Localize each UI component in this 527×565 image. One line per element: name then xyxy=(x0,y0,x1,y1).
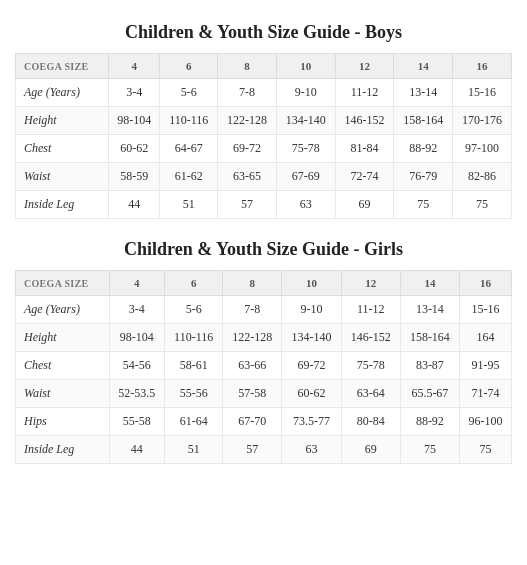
girls-cell-5-6: 75 xyxy=(459,436,511,464)
girls-cell-2-4: 75-78 xyxy=(341,352,400,380)
girls-size-table: COEGA SIZE 4 6 8 10 12 14 16 Age (Years)… xyxy=(15,270,512,464)
boys-row-0: Age (Years)3-45-67-89-1011-1213-1415-16 xyxy=(16,79,512,107)
boys-row-3: Waist58-5961-6263-6567-6972-7476-7982-86 xyxy=(16,163,512,191)
boys-cell-2-4: 81-84 xyxy=(335,135,394,163)
girls-cell-0-6: 15-16 xyxy=(459,296,511,324)
boys-cell-1-0: 98-104 xyxy=(108,107,160,135)
boys-title: Children & Youth Size Guide - Boys xyxy=(15,22,512,43)
boys-cell-0-5: 13-14 xyxy=(394,79,453,107)
boys-size-6: 6 xyxy=(160,54,218,79)
boys-cell-3-0: 58-59 xyxy=(108,163,160,191)
girls-title: Children & Youth Size Guide - Girls xyxy=(15,239,512,260)
boys-cell-1-5: 158-164 xyxy=(394,107,453,135)
girls-cell-4-0: 55-58 xyxy=(109,408,165,436)
girls-cell-5-5: 75 xyxy=(400,436,459,464)
boys-cell-4-4: 69 xyxy=(335,191,394,219)
girls-cell-2-2: 63-66 xyxy=(223,352,282,380)
boys-cell-0-4: 11-12 xyxy=(335,79,394,107)
boys-row-label-1: Height xyxy=(16,107,109,135)
girls-cell-3-4: 63-64 xyxy=(341,380,400,408)
girls-cell-5-2: 57 xyxy=(223,436,282,464)
girls-size-14: 14 xyxy=(400,271,459,296)
boys-cell-0-6: 15-16 xyxy=(453,79,512,107)
boys-header-row: COEGA SIZE 4 6 8 10 12 14 16 xyxy=(16,54,512,79)
girls-cell-4-3: 73.5-77 xyxy=(282,408,341,436)
girls-row-5: Inside Leg44515763697575 xyxy=(16,436,512,464)
girls-cell-4-2: 67-70 xyxy=(223,408,282,436)
girls-cell-2-0: 54-56 xyxy=(109,352,165,380)
boys-row-1: Height98-104110-116122-128134-140146-152… xyxy=(16,107,512,135)
girls-row-label-5: Inside Leg xyxy=(16,436,110,464)
girls-cell-3-5: 65.5-67 xyxy=(400,380,459,408)
boys-cell-3-1: 61-62 xyxy=(160,163,218,191)
boys-cell-4-0: 44 xyxy=(108,191,160,219)
girls-cell-3-0: 52-53.5 xyxy=(109,380,165,408)
girls-cell-5-0: 44 xyxy=(109,436,165,464)
boys-size-14: 14 xyxy=(394,54,453,79)
boys-cell-2-1: 64-67 xyxy=(160,135,218,163)
girls-header-row: COEGA SIZE 4 6 8 10 12 14 16 xyxy=(16,271,512,296)
boys-cell-2-3: 75-78 xyxy=(276,135,335,163)
boys-cell-1-3: 134-140 xyxy=(276,107,335,135)
girls-cell-1-2: 122-128 xyxy=(223,324,282,352)
boys-size-10: 10 xyxy=(276,54,335,79)
girls-cell-3-3: 60-62 xyxy=(282,380,341,408)
girls-cell-2-5: 83-87 xyxy=(400,352,459,380)
girls-cell-4-4: 80-84 xyxy=(341,408,400,436)
girls-size-16: 16 xyxy=(459,271,511,296)
girls-row-4: Hips55-5861-6467-7073.5-7780-8488-9296-1… xyxy=(16,408,512,436)
boys-cell-3-5: 76-79 xyxy=(394,163,453,191)
girls-cell-1-4: 146-152 xyxy=(341,324,400,352)
boys-cell-4-5: 75 xyxy=(394,191,453,219)
boys-cell-1-4: 146-152 xyxy=(335,107,394,135)
girls-cell-3-1: 55-56 xyxy=(165,380,223,408)
boys-size-8: 8 xyxy=(218,54,277,79)
girls-row-label-4: Hips xyxy=(16,408,110,436)
boys-cell-0-0: 3-4 xyxy=(108,79,160,107)
girls-cell-2-6: 91-95 xyxy=(459,352,511,380)
boys-cell-3-3: 67-69 xyxy=(276,163,335,191)
girls-cell-0-4: 11-12 xyxy=(341,296,400,324)
girls-size-10: 10 xyxy=(282,271,341,296)
girls-cell-1-5: 158-164 xyxy=(400,324,459,352)
boys-row-label-4: Inside Leg xyxy=(16,191,109,219)
girls-cell-4-5: 88-92 xyxy=(400,408,459,436)
girls-cell-1-3: 134-140 xyxy=(282,324,341,352)
girls-cell-1-1: 110-116 xyxy=(165,324,223,352)
boys-cell-1-6: 170-176 xyxy=(453,107,512,135)
boys-cell-4-1: 51 xyxy=(160,191,218,219)
boys-size-label: COEGA SIZE xyxy=(16,54,109,79)
girls-size-12: 12 xyxy=(341,271,400,296)
boys-row-label-0: Age (Years) xyxy=(16,79,109,107)
girls-size-6: 6 xyxy=(165,271,223,296)
boys-cell-1-2: 122-128 xyxy=(218,107,277,135)
girls-row-2: Chest54-5658-6163-6669-7275-7883-8791-95 xyxy=(16,352,512,380)
girls-table-wrapper: COEGA SIZE 4 6 8 10 12 14 16 Age (Years)… xyxy=(15,270,512,464)
boys-cell-0-3: 9-10 xyxy=(276,79,335,107)
boys-cell-2-0: 60-62 xyxy=(108,135,160,163)
boys-size-4: 4 xyxy=(108,54,160,79)
girls-row-3: Waist52-53.555-5657-5860-6263-6465.5-677… xyxy=(16,380,512,408)
boys-row-4: Inside Leg44515763697575 xyxy=(16,191,512,219)
girls-row-label-3: Waist xyxy=(16,380,110,408)
girls-cell-0-0: 3-4 xyxy=(109,296,165,324)
boys-cell-4-6: 75 xyxy=(453,191,512,219)
girls-cell-3-2: 57-58 xyxy=(223,380,282,408)
girls-size-label: COEGA SIZE xyxy=(16,271,110,296)
boys-cell-1-1: 110-116 xyxy=(160,107,218,135)
girls-size-8: 8 xyxy=(223,271,282,296)
girls-cell-4-6: 96-100 xyxy=(459,408,511,436)
boys-cell-4-2: 57 xyxy=(218,191,277,219)
boys-row-2: Chest60-6264-6769-7275-7881-8488-9297-10… xyxy=(16,135,512,163)
girls-cell-4-1: 61-64 xyxy=(165,408,223,436)
girls-cell-5-4: 69 xyxy=(341,436,400,464)
girls-row-1: Height98-104110-116122-128134-140146-152… xyxy=(16,324,512,352)
girls-cell-3-6: 71-74 xyxy=(459,380,511,408)
boys-row-label-3: Waist xyxy=(16,163,109,191)
girls-cell-2-1: 58-61 xyxy=(165,352,223,380)
boys-cell-2-2: 69-72 xyxy=(218,135,277,163)
boys-size-12: 12 xyxy=(335,54,394,79)
girls-cell-0-3: 9-10 xyxy=(282,296,341,324)
girls-row-0: Age (Years)3-45-67-89-1011-1213-1415-16 xyxy=(16,296,512,324)
boys-cell-3-2: 63-65 xyxy=(218,163,277,191)
